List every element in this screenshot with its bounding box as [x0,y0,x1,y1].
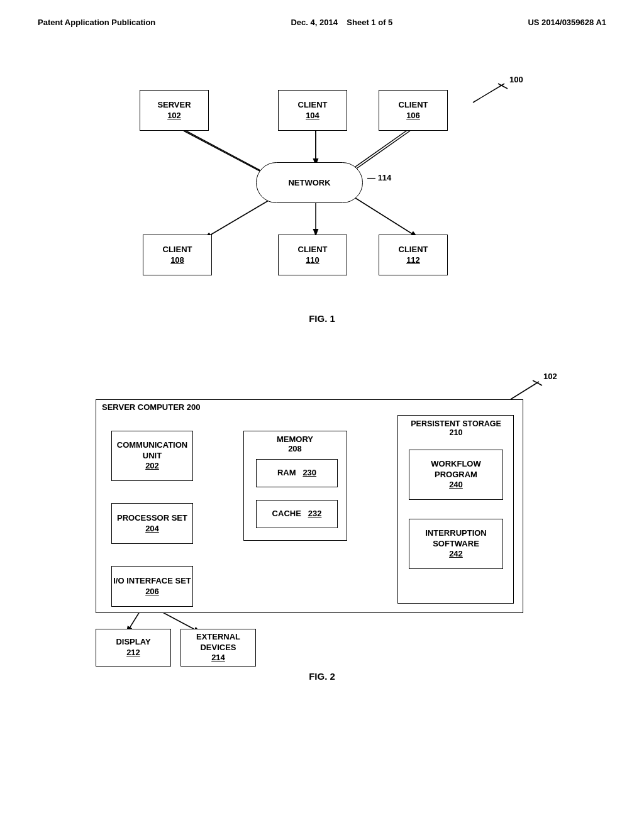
svg-line-1 [498,84,508,89]
svg-line-3 [184,131,270,177]
client-106-box: CLIENT 106 [379,90,448,131]
interrupt-box: INTERRUPTIONSOFTWARE 242 [409,519,503,569]
fig1-diagram: 100 SERVER 102 [102,65,542,304]
header-left: Patent Application Publication [38,18,155,27]
svg-line-8 [348,130,408,172]
svg-line-11 [353,197,416,236]
proc-set-box: PROCESSOR SET 204 [111,503,193,544]
svg-line-7 [350,131,410,173]
workflow-box: WORKFLOWPROGRAM 240 [409,450,503,500]
svg-line-12 [511,382,539,399]
page-header: Patent Application Publication Dec. 4, 2… [0,0,644,27]
svg-line-13 [533,380,542,385]
client-104-box: CLIENT 104 [278,90,347,131]
network-cloud: NETWORK [256,162,363,203]
persist-outer-box [397,415,514,604]
svg-text:100: 100 [509,75,523,84]
svg-line-4 [182,129,269,175]
fig1-label: FIG. 1 [0,313,644,324]
fig2-diagram: 102 SERVER COMPUTER 200 COMMUNICATIONUNI… [77,362,567,663]
svg-line-9 [206,197,275,238]
persist-label: PERSISTENT STORAGE 210 [402,419,509,437]
fig2-label: FIG. 2 [0,671,644,682]
client-112-box: CLIENT 112 [379,235,448,275]
header-right: US 2014/0359628 A1 [528,18,606,27]
external-box: EXTERNALDEVICES 214 [180,629,256,667]
display-box: DISPLAY 212 [96,629,171,667]
network-ref: — 114 [367,173,391,182]
server-computer-label: SERVER COMPUTER 200 [102,402,201,412]
memory-label: MEMORY 208 [248,434,342,453]
server-102-box: SERVER 102 [140,90,209,131]
header-center: Dec. 4, 2014 Sheet 1 of 5 [291,18,392,27]
client-108-box: CLIENT 108 [143,235,212,275]
ram-box: RAM 230 [256,459,338,487]
cache-box: CACHE 232 [256,500,338,528]
io-set-box: I/O INTERFACE SET 206 [111,566,193,607]
comm-unit-box: COMMUNICATIONUNIT 202 [111,431,193,481]
client-110-box: CLIENT 110 [278,235,347,275]
svg-line-0 [473,84,504,102]
svg-text:102: 102 [543,372,557,381]
